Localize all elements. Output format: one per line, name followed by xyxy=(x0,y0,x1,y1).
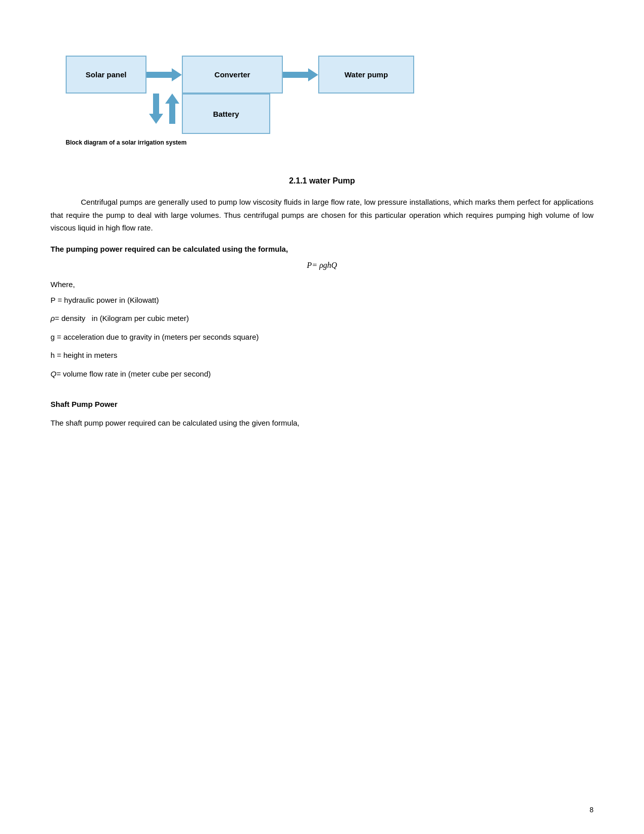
shaft-heading: Shaft Pump Power xyxy=(51,400,593,408)
var-rho: ρ= density in (Kilogram per cubic meter) xyxy=(51,313,593,325)
arrow-solar-to-converter xyxy=(146,67,182,82)
formula-intro: The pumping power required can be calcul… xyxy=(51,245,593,253)
svg-marker-0 xyxy=(146,68,182,81)
shaft-paragraph: The shaft pump power required can be cal… xyxy=(51,419,593,427)
arrow-converter-to-pump xyxy=(283,67,318,82)
converter-box: Converter xyxy=(182,56,283,94)
water-pump-box: Water pump xyxy=(318,56,414,94)
var-g: g = acceleration due to gravity in (mete… xyxy=(51,332,593,343)
arrow-up xyxy=(165,94,179,124)
page-number: 8 xyxy=(589,806,593,814)
svg-marker-3 xyxy=(165,94,179,124)
battery-row: Battery xyxy=(66,94,270,134)
svg-marker-2 xyxy=(149,94,163,124)
section-heading: 2.1.1 water Pump xyxy=(51,176,593,186)
battery-label: Battery xyxy=(213,110,239,118)
formula-text: P= ρghQ xyxy=(307,261,337,269)
var-h: h = height in meters xyxy=(51,350,593,361)
formula-display: P= ρghQ xyxy=(51,261,593,270)
converter-label: Converter xyxy=(215,70,251,79)
rho-symbol: ρ= density in (Kilogram per cubic meter) xyxy=(51,314,189,322)
diagram-main-row: Solar panel Converter Water pump xyxy=(66,56,414,94)
battery-box: Battery xyxy=(182,94,270,134)
solar-panel-label: Solar panel xyxy=(86,70,127,79)
intro-paragraph: Centrifugal pumps are generally used to … xyxy=(51,196,593,235)
svg-marker-1 xyxy=(283,68,318,81)
water-pump-label: Water pump xyxy=(344,70,388,79)
arrow-down xyxy=(149,94,163,124)
var-q: Q= volume flow rate in (meter cube per s… xyxy=(51,368,593,380)
var-p: P = hydraulic power in (Kilowatt) xyxy=(51,295,593,306)
diagram-section: Solar panel Converter Water pump xyxy=(51,45,593,156)
where-label: Where, xyxy=(51,280,593,289)
vertical-arrow-pair xyxy=(146,94,182,124)
diagram-caption: Block diagram of a solar irrigation syst… xyxy=(66,139,186,146)
q-symbol: Q= volume flow rate in (meter cube per s… xyxy=(51,369,211,378)
solar-panel-box: Solar panel xyxy=(66,56,146,94)
